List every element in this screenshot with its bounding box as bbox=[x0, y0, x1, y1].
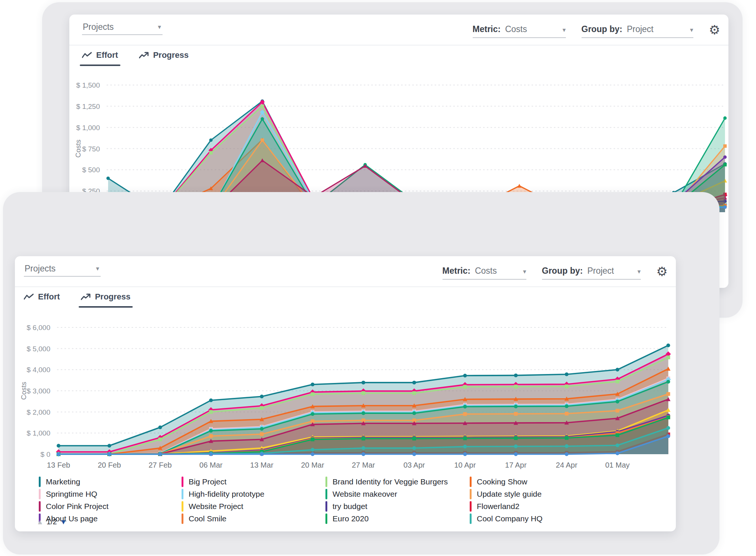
svg-text:$ 6,000: $ 6,000 bbox=[27, 324, 50, 332]
legend-item-label: Springtime HQ bbox=[46, 490, 97, 499]
svg-text:13 Feb: 13 Feb bbox=[47, 461, 70, 469]
series-group bbox=[56, 343, 671, 457]
svg-text:06 Mar: 06 Mar bbox=[199, 461, 223, 469]
legend-item[interactable]: Big Project bbox=[182, 475, 325, 488]
svg-text:27 Feb: 27 Feb bbox=[148, 461, 171, 469]
legend-color-chip bbox=[470, 489, 472, 499]
legend-page-up-icon[interactable]: ▲ bbox=[37, 518, 44, 526]
svg-text:$ 5,000: $ 5,000 bbox=[27, 345, 50, 353]
legend-item-label: Website Project bbox=[189, 502, 243, 511]
svg-text:$ 1,000: $ 1,000 bbox=[76, 124, 100, 132]
svg-text:$ 1,000: $ 1,000 bbox=[27, 429, 50, 437]
svg-text:$ 4,000: $ 4,000 bbox=[27, 366, 50, 374]
svg-text:10 Apr: 10 Apr bbox=[454, 461, 476, 469]
legend-item-label: try budget bbox=[333, 502, 367, 511]
legend-item-label: Big Project bbox=[189, 477, 227, 486]
legend-item[interactable]: High-fidelity prototype bbox=[182, 488, 325, 500]
legend-item[interactable]: Color Pink Project bbox=[39, 500, 182, 512]
legend-item[interactable]: Update style guide bbox=[470, 488, 542, 500]
legend-item[interactable]: Euro 2020 bbox=[325, 512, 470, 525]
legend-color-chip bbox=[182, 489, 183, 499]
legend-item[interactable]: Marketing bbox=[39, 475, 182, 488]
legend-item-label: High-fidelity prototype bbox=[189, 490, 264, 499]
svg-text:27 Mar: 27 Mar bbox=[352, 461, 375, 469]
legend-item-label: Website makeover bbox=[333, 490, 397, 499]
y-axis-label: Costs bbox=[74, 139, 82, 158]
legend-color-chip bbox=[470, 513, 472, 524]
legend-color-chip bbox=[39, 477, 41, 487]
svg-text:20 Feb: 20 Feb bbox=[98, 461, 121, 469]
legend-page-down-icon[interactable]: ▼ bbox=[60, 518, 67, 526]
legend-item[interactable]: Website Project bbox=[182, 500, 325, 512]
legend-item[interactable]: Cool Company HQ bbox=[470, 512, 542, 525]
legend-item-label: Cool Company HQ bbox=[477, 514, 542, 523]
progress-chart-legend: MarketingBig ProjectBrand Identity for V… bbox=[39, 475, 542, 525]
legend-item-label: Flowerland2 bbox=[477, 502, 519, 511]
legend-color-chip bbox=[325, 513, 327, 524]
legend-item[interactable]: Cooking Show bbox=[470, 475, 542, 488]
svg-text:13 Mar: 13 Mar bbox=[250, 461, 274, 469]
legend-color-chip bbox=[182, 501, 183, 512]
legend-item-label: Marketing bbox=[46, 477, 80, 486]
y-axis-label: Costs bbox=[20, 382, 28, 400]
legend-item[interactable]: Brand Identity for Veggie Burgers bbox=[325, 475, 470, 488]
legend-color-chip bbox=[39, 489, 41, 499]
legend-item[interactable]: Website makeover bbox=[325, 488, 470, 500]
legend-color-chip bbox=[325, 501, 327, 512]
legend-item-label: Euro 2020 bbox=[333, 514, 369, 523]
legend-color-chip bbox=[182, 513, 183, 524]
svg-text:$ 1,500: $ 1,500 bbox=[76, 81, 100, 89]
legend-color-chip bbox=[39, 501, 41, 512]
legend-pagination: ▲ 1/2 ▼ bbox=[37, 518, 67, 526]
legend-item[interactable]: Springtime HQ bbox=[39, 488, 182, 500]
svg-text:24 Apr: 24 Apr bbox=[556, 461, 577, 469]
legend-item-label: Update style guide bbox=[477, 490, 542, 499]
y-axis-ticks: $ 0$ 1,000$ 2,000$ 3,000$ 4,000$ 5,000$ … bbox=[27, 324, 50, 458]
svg-text:$ 3,000: $ 3,000 bbox=[27, 387, 50, 395]
legend-item[interactable]: Flowerland2 bbox=[470, 500, 542, 512]
x-axis-labels: 13 Feb20 Feb27 Feb06 Mar13 Mar20 Mar27 M… bbox=[47, 461, 630, 469]
svg-text:$ 750: $ 750 bbox=[82, 145, 100, 153]
svg-text:20 Mar: 20 Mar bbox=[301, 461, 324, 469]
svg-text:03 Apr: 03 Apr bbox=[403, 461, 425, 469]
svg-text:01 May: 01 May bbox=[605, 461, 630, 469]
progress-card: Projects ▾ Metric: Costs ▾ Group by: Pro… bbox=[15, 256, 676, 531]
legend-color-chip bbox=[470, 501, 472, 512]
svg-text:17 Apr: 17 Apr bbox=[505, 461, 527, 469]
legend-item-label: Cooking Show bbox=[477, 477, 527, 486]
svg-text:$ 500: $ 500 bbox=[82, 166, 100, 174]
legend-item[interactable]: Cool Smile bbox=[182, 512, 325, 525]
legend-color-chip bbox=[325, 489, 327, 499]
svg-text:$ 1,250: $ 1,250 bbox=[76, 103, 100, 110]
svg-text:$ 0: $ 0 bbox=[41, 450, 50, 458]
legend-item-label: Cool Smile bbox=[189, 514, 227, 523]
legend-item-label: Brand Identity for Veggie Burgers bbox=[333, 477, 448, 486]
legend-item[interactable]: try budget bbox=[325, 500, 470, 512]
svg-text:$ 2,000: $ 2,000 bbox=[27, 408, 50, 416]
legend-color-chip bbox=[325, 477, 327, 487]
legend-item-label: Color Pink Project bbox=[46, 502, 108, 511]
legend-color-chip bbox=[182, 477, 183, 487]
legend-page-indicator: 1/2 bbox=[47, 518, 57, 526]
page-canvas: Projects ▾ Metric: Costs ▾ Group by: Pro… bbox=[0, 0, 756, 556]
legend-color-chip bbox=[470, 477, 472, 487]
